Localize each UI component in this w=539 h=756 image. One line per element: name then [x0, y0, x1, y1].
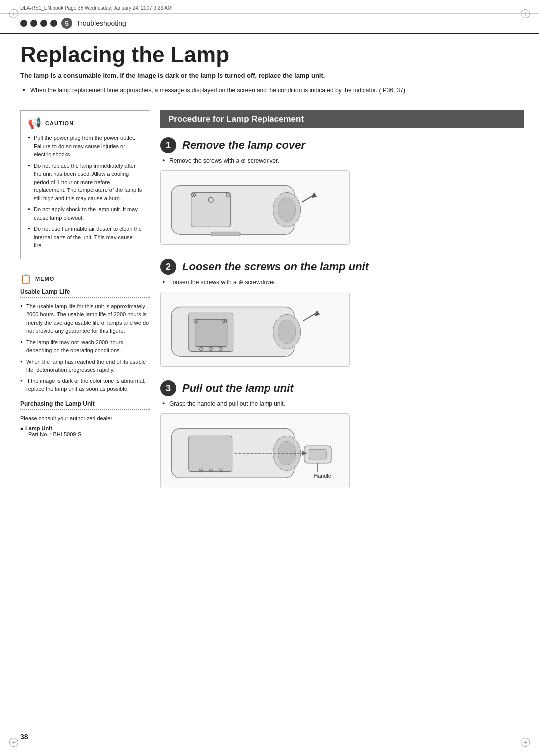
purchasing-divider	[20, 409, 150, 410]
step-2-header: 2 Loosen the screws on the lamp unit	[160, 259, 524, 275]
intro-bold: The lamp is a consumable item. If the im…	[0, 71, 539, 86]
file-meta: DLA-RS1_EN.book Page 38 Wednesday, Janua…	[0, 0, 539, 14]
step-1: 1 Remove the lamp cover Remove the screw…	[160, 137, 524, 245]
lamp-unit-label: Lamp Unit	[20, 425, 150, 431]
content-area: 📢 CAUTION Pull the power plug from the p…	[0, 100, 539, 512]
nav-bar: 5 Troubleshooting	[0, 14, 539, 34]
page-number: 38	[20, 733, 28, 741]
purchasing-section: Purchasing the Lamp Unit Please consult …	[20, 400, 150, 438]
purchasing-title: Purchasing the Lamp Unit	[20, 400, 150, 407]
corner-mark-bl	[9, 738, 18, 747]
step-3-illustration: Handle	[160, 413, 350, 488]
caution-bullet-2: Do not replace the lamp immediately afte…	[28, 162, 143, 203]
corner-mark-br	[521, 738, 530, 747]
svg-text:Handle: Handle	[314, 473, 331, 479]
page: DLA-RS1_EN.book Page 38 Wednesday, Janua…	[0, 0, 539, 756]
intro-bullet: When the lamp replacement time approache…	[0, 86, 539, 100]
step-1-title: Remove the lamp cover	[182, 139, 305, 152]
corner-mark-tr	[521, 9, 530, 18]
step-1-illustration	[160, 170, 350, 245]
svg-rect-41	[309, 449, 327, 459]
caution-title: CAUTION	[45, 120, 74, 126]
nav-dot-4	[50, 20, 57, 27]
nav-dot-1	[20, 20, 27, 27]
step-2-title: Loosen the screws on the lamp unit	[182, 260, 369, 273]
step-1-bullet: Remove the screws with a ⊕ screwdriver.	[160, 156, 524, 165]
page-footer: 38	[20, 733, 28, 741]
nav-dot-2	[30, 20, 37, 27]
svg-point-16	[278, 320, 296, 343]
svg-rect-39	[189, 436, 232, 471]
svg-marker-6	[312, 192, 317, 198]
right-column: Procedure for Lamp Replacement 1 Remove …	[160, 110, 524, 502]
procedure-header: Procedure for Lamp Replacement	[160, 110, 524, 128]
step-3-bullet: Grasp the handle and pull out the lamp u…	[160, 399, 524, 408]
lamp-divider	[20, 297, 150, 298]
caution-bullet-1: Pull the power plug from the power outle…	[28, 134, 143, 159]
step-2-bullet: Loosen the screws with a ⊕ screwdriver.	[160, 278, 524, 287]
page-title: Replacing the Lamp	[0, 34, 539, 71]
step-2-illustration	[160, 292, 350, 367]
svg-point-2	[278, 198, 296, 221]
nav-dot-3	[40, 20, 47, 27]
step-1-number: 1	[160, 137, 176, 153]
memo-icon: 📋	[20, 273, 31, 284]
step-3-header: 3 Pull out the lamp unit	[160, 380, 524, 396]
memo-header: 📋 MEMO	[20, 273, 150, 284]
caution-icon: 📢	[28, 117, 41, 130]
caution-header: 📢 CAUTION	[28, 117, 143, 130]
file-meta-text: DLA-RS1_EN.book Page 38 Wednesday, Janua…	[20, 5, 172, 11]
lamp-bullet-4: If the image is dark or the color tone i…	[20, 377, 150, 393]
memo-box: 📋 MEMO Usable Lamp Life The usable lamp …	[20, 268, 150, 443]
svg-rect-13	[211, 232, 240, 236]
purchasing-text: Please consult your authorized dealer.	[20, 414, 150, 423]
step-3-title: Pull out the lamp unit	[182, 382, 294, 395]
step-3-number: 3	[160, 380, 176, 396]
left-column: 📢 CAUTION Pull the power plug from the p…	[20, 110, 150, 502]
step-2-number: 2	[160, 259, 176, 275]
svg-rect-18	[195, 319, 227, 346]
caution-bullet-3: Do not apply shock to the lamp unit. It …	[28, 205, 143, 222]
lamp-bullet-1: The usable lamp life for this unit is ap…	[20, 302, 150, 335]
lamp-part-no: Part No. : BHL5009-S	[28, 431, 150, 437]
step-2: 2 Loosen the screws on the lamp unit Loo…	[160, 259, 524, 367]
caution-bullet-4: Do not use flammable air duster to clean…	[28, 225, 143, 250]
memo-title: MEMO	[35, 276, 54, 282]
usable-lamp-title: Usable Lamp Life	[20, 288, 150, 295]
step-3: 3 Pull out the lamp unit Grasp the handl…	[160, 380, 524, 488]
lamp-bullet-2: The lamp life may not reach 2000 hours d…	[20, 338, 150, 355]
lamp-bullet-3: When the lamp has reached the end of its…	[20, 358, 150, 374]
step-1-header: 1 Remove the lamp cover	[160, 137, 524, 153]
nav-label: Troubleshooting	[76, 19, 126, 27]
corner-mark-tl	[9, 9, 18, 18]
nav-number: 5	[61, 18, 72, 29]
svg-line-25	[303, 313, 317, 321]
nav-dots	[20, 20, 57, 27]
svg-line-5	[302, 195, 314, 202]
caution-box: 📢 CAUTION Pull the power plug from the p…	[20, 110, 150, 259]
